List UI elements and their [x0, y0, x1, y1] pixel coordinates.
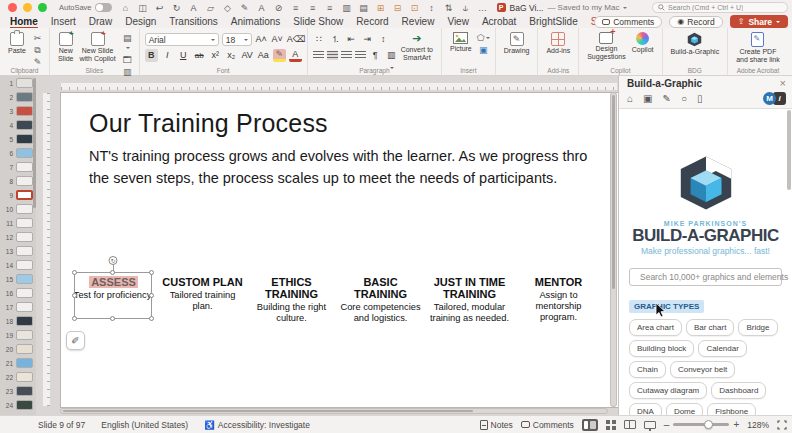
text-box-insert-icon[interactable]: ▣ — [477, 45, 490, 55]
cut-icon[interactable]: ✂ — [31, 33, 44, 43]
slide-thumbnail-3[interactable]: 3 — [0, 104, 36, 118]
tab-view[interactable]: View — [447, 16, 469, 27]
resize-handle-se[interactable] — [149, 316, 154, 321]
justify-button[interactable] — [355, 51, 366, 60]
slideshow-view-button[interactable] — [644, 421, 656, 429]
thumbnail-preview[interactable] — [16, 176, 33, 186]
align-right-button[interactable] — [341, 51, 352, 60]
slide-thumbnail-12[interactable]: 12 — [0, 230, 36, 244]
slide-thumbnail-22[interactable]: 22 — [0, 370, 36, 384]
slide-thumbnail-6[interactable]: 6 — [0, 146, 36, 160]
build-a-graphic-button[interactable]: Build-a-Graphic — [668, 31, 723, 57]
format-painter-icon[interactable]: ✎ — [31, 57, 44, 67]
thumbnail-preview[interactable] — [16, 120, 33, 130]
share-button[interactable]: ⇪ Share — [730, 15, 788, 28]
minimize-window-button[interactable] — [23, 3, 32, 12]
new-slide-button[interactable]: New Slide — [55, 31, 77, 63]
character-spacing-button[interactable]: AV — [241, 49, 254, 62]
shape-outline-icon[interactable]: ⊘ — [273, 2, 285, 14]
columns-button[interactable]: ▥ — [385, 49, 398, 62]
align-left-icon[interactable]: ≡ — [290, 2, 302, 14]
process-step-6[interactable]: MENTORAssign to mentorship program. — [514, 276, 603, 324]
slide-thumbnail-11[interactable]: 11 — [0, 216, 36, 230]
tab-review[interactable]: Review — [402, 16, 435, 27]
send-backward-icon[interactable]: ⊟ — [392, 2, 404, 14]
slide-thumbnail-10[interactable]: 10 — [0, 202, 36, 216]
thumbnail-preview[interactable] — [16, 358, 33, 368]
graphic-type-chip-dashboard[interactable]: Dashboard — [711, 382, 766, 399]
undo-icon[interactable]: ↩ — [154, 2, 166, 14]
resize-handle-n[interactable] — [110, 270, 115, 275]
avatar[interactable]: M — [763, 92, 776, 105]
slide-thumbnail-5[interactable]: 5 — [0, 132, 36, 146]
reset-slide-icon[interactable]: 🗔 — [121, 55, 134, 65]
close-window-button[interactable] — [8, 3, 17, 12]
thumbnail-preview[interactable] — [16, 204, 33, 214]
thumbnail-preview[interactable] — [16, 386, 33, 396]
thumbnail-preview[interactable] — [16, 190, 33, 200]
shrink-font-button[interactable]: A˅ — [271, 33, 284, 46]
process-step-2[interactable]: CUSTOM PLANTailored training plan. — [158, 276, 247, 324]
align-right-icon[interactable]: ≡ — [324, 2, 336, 14]
thumbnail-preview[interactable] — [16, 148, 33, 158]
italic-button[interactable]: I — [161, 49, 174, 62]
slide-thumbnail-2[interactable]: 2 — [0, 90, 36, 104]
addins-button[interactable]: Add-ins — [543, 31, 573, 56]
graphic-type-chip-chain[interactable]: Chain — [629, 361, 666, 378]
process-step-4[interactable]: BASIC TRAININGCore competencies and logi… — [336, 276, 425, 324]
slide-thumbnail-9[interactable]: 9 — [0, 188, 36, 202]
process-step-5[interactable]: JUST IN TIME TRAININGTailored, modular t… — [425, 276, 514, 324]
text-direction-button[interactable]: ¶ — [369, 49, 382, 62]
resize-handle-nw[interactable] — [72, 270, 77, 275]
paste-button[interactable]: Paste — [5, 31, 29, 56]
slide-thumbnail-4[interactable]: 4 — [0, 118, 36, 132]
change-case-button[interactable]: Aa — [257, 49, 270, 62]
zoom-in-button[interactable]: + — [733, 419, 739, 430]
tab-design[interactable]: Design — [125, 16, 156, 27]
draw-icon[interactable]: ✎ — [239, 2, 251, 14]
columns-icon[interactable]: ▥ — [341, 2, 353, 14]
quick-edit-button[interactable]: ✐ — [66, 331, 85, 350]
slide-thumbnail-13[interactable]: 13 — [0, 244, 36, 258]
resize-handle-e[interactable] — [149, 293, 154, 298]
picture-button[interactable]: Picture — [447, 31, 475, 54]
graphic-types-section-label[interactable]: GRAPHIC TYPES — [629, 300, 704, 313]
convert-smartart-button[interactable]: ➔ Convert to SmartArt — [398, 31, 436, 62]
comments-button[interactable]: Comments — [594, 16, 662, 28]
graphic-type-chip-conveyor-belt[interactable]: Conveyor belt — [670, 361, 735, 378]
resize-handle-w[interactable] — [72, 293, 77, 298]
design-suggestions-button[interactable]: Design Suggestions — [584, 31, 629, 61]
copy-icon[interactable]: ⧉ — [31, 45, 44, 55]
bring-forward-icon[interactable]: ⊞ — [375, 2, 387, 14]
tab-draw[interactable]: Draw — [89, 16, 112, 27]
close-panel-icon[interactable]: × — [780, 77, 786, 89]
bookmark-icon[interactable]: ▯ — [697, 93, 703, 105]
zoom-level[interactable]: 128% — [747, 420, 769, 430]
vertical-scrollbar[interactable] — [610, 92, 617, 407]
thumbnail-preview[interactable] — [16, 400, 33, 410]
resize-handle-sw[interactable] — [72, 316, 77, 321]
rotate-icon[interactable]: ⇅ — [443, 2, 455, 14]
slide-thumbnail-24[interactable]: 24 — [0, 398, 36, 412]
save-icon[interactable]: ◫ — [137, 2, 149, 14]
bullets-button[interactable]: ∷ — [313, 33, 326, 46]
language-status[interactable]: English (United States) — [101, 420, 188, 430]
rotate-handle[interactable]: ↻ — [109, 256, 118, 265]
tab-slide-show[interactable]: Slide Show — [293, 16, 343, 27]
slide[interactable]: Our Training Process NT's training proce… — [60, 92, 618, 408]
distribute-icon[interactable]: ⫝ — [460, 2, 472, 14]
autosave-control[interactable]: AutoSave — [59, 3, 112, 12]
align-center-button[interactable] — [327, 51, 338, 60]
numbering-button[interactable]: ⒈ — [329, 33, 342, 46]
graphics-icon[interactable]: ▣ — [643, 93, 652, 105]
resize-handle-ne[interactable] — [149, 270, 154, 275]
zoom-slider-track[interactable] — [673, 423, 729, 426]
accessibility-status[interactable]: ♿ Accessibility: Investigate — [204, 420, 310, 430]
tab-acrobat[interactable]: Acrobat — [482, 16, 516, 27]
comments-toggle-button[interactable]: Comments — [521, 420, 574, 430]
thumbnail-preview[interactable] — [16, 218, 33, 228]
grow-font-button[interactable]: A˄ — [255, 33, 268, 46]
home-icon[interactable]: ⌂ — [627, 93, 633, 105]
slide-sorter-view-button[interactable] — [606, 420, 616, 430]
graphic-type-chip-fishbone[interactable]: Fishbone — [707, 403, 756, 415]
